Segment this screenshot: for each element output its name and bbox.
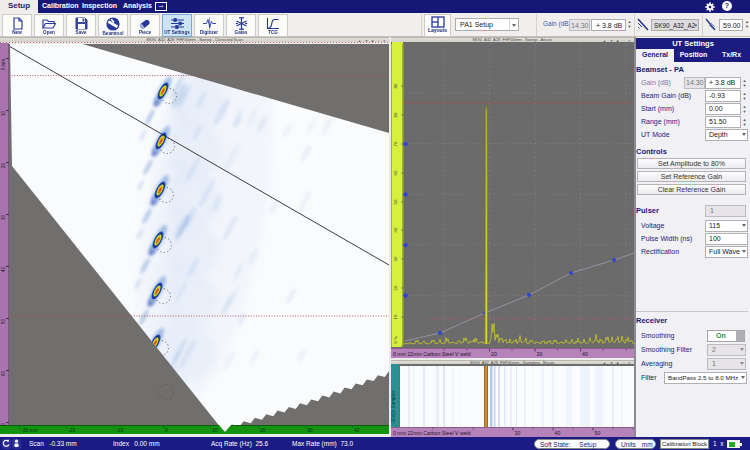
svg-text:40: 40 [393, 227, 398, 232]
svg-text:60: 60 [393, 170, 398, 175]
svg-text:0 %: 0 % [393, 336, 398, 344]
svg-text:50: 50 [595, 430, 601, 436]
svg-text:0 mm 22mm Carbon Steel V weld: 0 mm 22mm Carbon Steel V weld [393, 351, 471, 357]
svg-text:80: 80 [393, 112, 398, 117]
svg-text:40: 40 [582, 351, 588, 357]
svg-text:20: 20 [393, 285, 398, 290]
svg-text:40: 40 [555, 430, 561, 436]
svg-text:-30000 Samples: -30000 Samples [391, 390, 396, 424]
svg-text:0 mm 22mm Carbon Steel V weld: 0 mm 22mm Carbon Steel V weld [393, 430, 471, 436]
svg-text:20: 20 [491, 351, 497, 357]
svg-text:30: 30 [393, 256, 398, 261]
svg-text:10: 10 [393, 314, 398, 319]
svg-text:50: 50 [393, 199, 398, 204]
svg-text:30: 30 [537, 351, 543, 357]
svg-text:70: 70 [393, 141, 398, 146]
svg-text:90: 90 [393, 83, 398, 88]
svg-text:30: 30 [515, 430, 521, 436]
